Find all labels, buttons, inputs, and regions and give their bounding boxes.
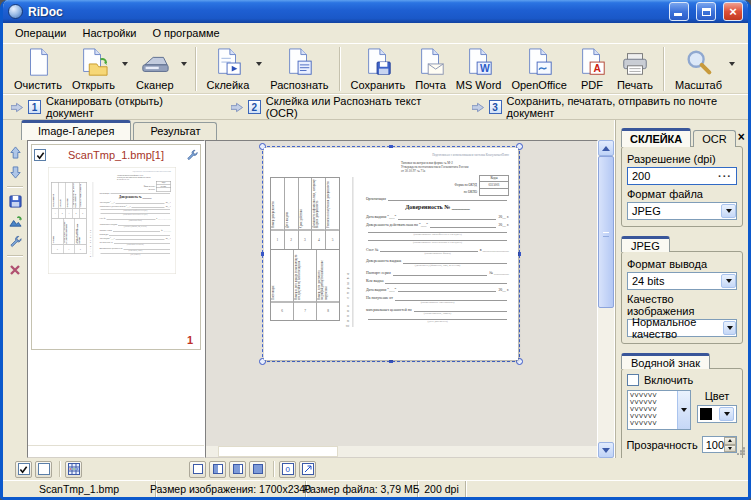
zoom-button[interactable]: Масштаб [670,46,727,91]
document-selection[interactable]: Подготовлено с использованием системы Ко… [262,146,520,362]
pdf-button[interactable]: A PDF [572,46,612,91]
form-line: Доверенность действительна по “___”20__ … [100,205,172,207]
thumbnail-wrench-icon[interactable] [186,149,198,161]
form-line: Доверенность действительна по “___”20__ … [366,223,509,228]
spin-up-button[interactable] [724,437,736,445]
scrollbar-thumb[interactable] [598,156,614,308]
dropdown-button[interactable] [721,204,736,218]
spin-down-button[interactable] [724,445,736,453]
resolution-input[interactable]: 200 ··· [627,167,737,185]
dropdown-button[interactable] [719,407,734,421]
open-dropdown-icon[interactable] [122,62,128,66]
merge-dropdown-icon[interactable] [256,62,262,66]
mail-button[interactable]: Почта [410,46,451,91]
tab-jpeg[interactable]: JPEG [621,236,670,252]
scanner-dropdown-icon[interactable] [181,62,187,66]
ocr-icon [284,47,314,79]
tab-result[interactable]: Результат [133,122,217,140]
dropdown-button[interactable] [677,391,690,429]
zoom-fit-width-button[interactable] [209,461,226,478]
counterfoil-column: Номер и дата наряда (заменяющего его док… [294,250,317,320]
openoffice-button[interactable]: OpenOffice [506,46,571,91]
chevron-down-icon [724,412,730,416]
menu-item[interactable]: О программе [144,25,227,41]
status-spacer [466,481,748,497]
scanner-icon [140,47,170,79]
watermark-pattern-select[interactable]: VVVVVVVVVVVVVVVVVVVVVVVVVVVVVV [627,390,691,430]
watermark-color-label: Цвет [705,390,730,402]
recognize-button[interactable]: Распознать [265,46,333,91]
dropdown-button[interactable] [721,274,736,288]
scanner-button[interactable]: Сканер [131,46,178,91]
move-up-icon[interactable] [9,146,22,159]
zoom-selection-button[interactable] [299,461,316,478]
gallery-thumbnail-card[interactable]: ScanTmp_1.bmp[1] Подготовлено с использо… [31,144,201,350]
save-image-icon[interactable] [9,195,22,208]
tab-watermark[interactable]: Водяной знак [621,353,710,369]
preview-horizontal-scrollbar[interactable] [206,446,597,457]
open-button[interactable]: Открыть [67,46,120,91]
zoom-original-button[interactable]: 0 [279,461,296,478]
counterfoil-column: Расписка в получении доверенности5 [80,182,86,218]
document-preview-area[interactable]: Подготовлено с использованием системы Ко… [205,140,598,458]
print-button[interactable]: Печать [612,46,658,91]
zoom-fit-page-button[interactable] [249,461,266,478]
rotate-image-icon[interactable] [9,215,22,228]
jpeg-settings-group: Формат вывода 24 bits Качество изображен… [621,251,743,344]
grid-view-button[interactable] [65,461,82,478]
form-line: Счет №в ______________ (наименование бан… [100,217,172,221]
maximize-button[interactable] [696,2,716,21]
menu-item[interactable]: Операции [7,25,74,41]
watermark-color-select[interactable] [697,405,737,423]
doc-tear-line: Линия отрыва [90,182,94,257]
scroll-down-button[interactable] [598,442,614,458]
doc-watermark-note: Подготовлено с использованием системы Ко… [52,171,172,173]
output-format-select[interactable]: 24 bits [627,272,737,290]
panel-resize-grip[interactable] [736,446,746,456]
scroll-up-button[interactable] [598,140,614,156]
tab-image-gallery[interactable]: Image-Галерея [21,120,131,140]
zoom-dropdown-icon[interactable] [729,62,735,66]
save-button[interactable]: Сохранить [346,46,411,91]
form-line: материальных ценностей по (наименование,… [100,247,172,251]
delete-icon[interactable] [9,264,21,276]
doc-watermark-note: Подготовлено с использованием системы Ко… [270,154,509,158]
resolution-label: Разрешение (dpi) [627,153,737,165]
dropdown-button[interactable] [723,321,736,335]
wrench-icon[interactable] [9,235,22,248]
deselect-all-button[interactable] [35,461,52,478]
main-tabs: Image-Галерея Результат [3,120,614,140]
thumbnail-checkbox[interactable] [34,149,46,161]
resolution-more-button[interactable]: ··· [718,170,732,182]
hscroll-thumb[interactable] [218,446,338,457]
title-bar: RiDoc × [3,0,748,23]
status-filename: ScanTmp_1.bmp [3,481,156,497]
tab-merge-settings[interactable]: СКЛЕЙКА [621,128,691,147]
file-format-select[interactable]: JPEG [627,202,737,220]
merge-button[interactable]: Склейка [202,46,255,91]
menu-item[interactable]: Настройки [74,25,144,41]
zoom-original-icon: 0 [282,463,294,475]
msword-button[interactable]: W MS Word [451,46,507,91]
form-line: Паспорт: серия№ ________ [100,229,172,231]
quality-select[interactable]: Нормальное качество [627,319,737,337]
zoom-fit-height-button[interactable] [229,461,246,478]
panel-close-button[interactable]: × [738,129,745,144]
clear-button[interactable]: Очистить [9,46,67,91]
file-format-label: Формат файла [627,188,737,200]
scroll-down-icon [602,448,610,453]
move-down-icon[interactable] [9,166,22,179]
gallery-horizontal-scrollbar[interactable] [28,445,204,457]
tab-ocr-settings[interactable]: OCR [693,130,735,147]
transparency-spinner[interactable]: 100 [702,436,737,453]
preview-vertical-scrollbar[interactable] [598,140,614,458]
minimize-button[interactable] [669,2,689,21]
watermark-enable-checkbox[interactable] [627,374,639,386]
close-button[interactable]: × [723,2,743,21]
pdf-icon: A [577,47,607,79]
select-all-button[interactable] [15,461,32,478]
output-format-label: Формат вывода [627,258,737,270]
zoom-fit-none-button[interactable] [189,461,206,478]
form-line: (дата документа) [366,319,509,323]
counterfoil-column: Номер доверенности1 [52,182,59,218]
